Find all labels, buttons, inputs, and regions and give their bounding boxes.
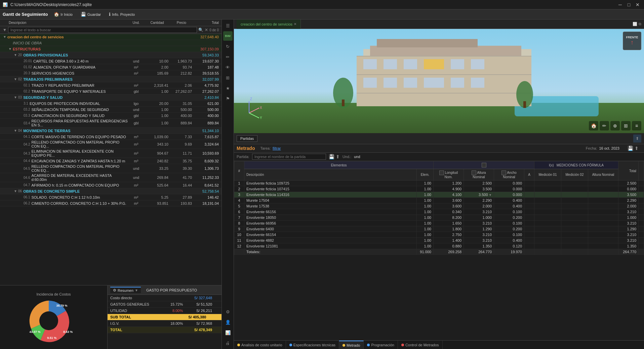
titlebar-controls[interactable]: ─ □ ✕ xyxy=(616,1,641,8)
viewport-3d[interactable]: X Y Z FRENTE ↑ 🏠 xyxy=(234,29,644,133)
person-icon[interactable]: 👤 xyxy=(223,317,233,327)
wbs-row[interactable]: 04.2 RELLENO COMPACTADO CON MATERIAL PRO… xyxy=(0,140,222,149)
wbs-row[interactable]: 02.1 TRAZO Y REPLANTEO PRELIMINAR m² 2,3… xyxy=(0,82,222,88)
table-row[interactable]: 2Envolvente ficticia 1074151.004.9003.50… xyxy=(234,186,644,192)
table-row[interactable]: 10Envolvente 661541.002.7503.2100.1003.2… xyxy=(234,232,644,238)
wbs-row[interactable]: ▼ ESTRUCTURAS 307,150.09 xyxy=(0,46,222,52)
viewport-controls[interactable]: 🏠 ✏ ⊕ ⊞ ≡ xyxy=(589,121,641,130)
home-view-button[interactable]: 🏠 xyxy=(589,121,598,130)
table-row[interactable]: 4Murete 175041.003.6002.2900.4002.290 xyxy=(234,198,644,203)
settings-icon[interactable]: ⚙ xyxy=(223,307,233,316)
search-icon[interactable]: 🔍 xyxy=(198,28,203,32)
table-row[interactable]: 12Envolvente 1210811.000.8801.3500.1201.… xyxy=(234,243,644,249)
tarea-link[interactable]: filtrar xyxy=(273,146,281,150)
expand-icon[interactable]: ▼ xyxy=(3,35,7,39)
expand-icon[interactable]: ▼ xyxy=(13,53,17,57)
wbs-row[interactable]: 03.2 SEÑALIZACIÓN TEMPORAL DE SEGURIDAD … xyxy=(0,107,222,113)
table-row[interactable]: 11Envolvente 48821.001.4003.2100.4003.21… xyxy=(234,238,644,243)
expand-metrado-icon[interactable]: ⬆ xyxy=(635,146,639,151)
wbs-row[interactable]: INICIO DE OBRA xyxy=(0,40,222,46)
wbs-row[interactable]: 04.1 CORTE MASIVO DE TERRENO CON EQUIPO … xyxy=(0,134,222,140)
grid-icon[interactable]: ⊞ xyxy=(223,73,233,82)
search-input[interactable] xyxy=(8,27,197,33)
partida-input[interactable] xyxy=(252,154,326,160)
wbs-row[interactable]: ▼ 02 TRABAJOS PRELIMINARES 32,037.99 xyxy=(0,76,222,82)
chart-icon[interactable]: 📊 xyxy=(223,328,233,337)
expand-icon[interactable]: ▼ xyxy=(13,77,17,81)
save-partida-icon[interactable]: 💾 xyxy=(329,154,334,159)
wbs-row[interactable]: 03.3 CAPACITACION EN SEGURIDAD Y SALUD g… xyxy=(0,113,222,119)
metrado-table-wrap[interactable]: # Elementos I(x) MEDICIONES CON FÓRMULA … xyxy=(234,161,644,340)
wbs-row[interactable]: 20.3 SERVICIOS HIGIENICOS m² 185.69 212.… xyxy=(0,70,222,76)
wbs-tree[interactable]: ▼ creacion del centro de servicios 327,6… xyxy=(0,34,222,285)
wbs-row[interactable]: ▼ 03 SEGURIDAD Y SALUD 2,410.84 xyxy=(0,94,222,101)
partidas-expand-button[interactable]: ⬆ xyxy=(633,134,641,143)
resumen-tab-gasto[interactable]: GASTO POR PRESUPUESTO xyxy=(144,287,200,293)
wbs-row[interactable]: 04.7 AFIRMADO h: 0.15 m COMPACTADO CON E… xyxy=(0,182,222,188)
wbs-row[interactable]: 04.5 RELLENO COMPACTADO CON MATERIAL PRO… xyxy=(0,164,222,173)
chevron-down-icon[interactable]: ▼ xyxy=(135,288,138,292)
bim-tab-close[interactable]: ✕ xyxy=(294,22,296,26)
menu-icon[interactable]: ☰ xyxy=(223,21,233,30)
wbs-row[interactable]: 04.6 ACARREO DE MATERIAL EXCEDENTE HASTA… xyxy=(0,173,222,182)
guardar-button[interactable]: 💾 Guardar xyxy=(79,11,103,17)
flag-icon[interactable]: ⚑ xyxy=(223,94,233,103)
tab-analisis[interactable]: Analisis de costo unitario xyxy=(234,341,286,349)
edit-view-button[interactable]: ✏ xyxy=(600,121,609,130)
close-button[interactable]: ✕ xyxy=(634,1,641,8)
view-options-button[interactable]: ⊞ xyxy=(621,121,631,130)
table-row[interactable]: 9Envolvente 64001.001.8001.2900.2001.290 xyxy=(234,226,644,232)
table-row[interactable]: 8Envolvente 669561.001.6503.2100.1003.21… xyxy=(234,221,644,226)
wbs-row[interactable]: ▼ 20 OBRAS PROVISIONALES 59,343.33 xyxy=(0,52,222,58)
resumen-tab-resumen[interactable]: ⚙ Resumen ▼ xyxy=(110,287,141,293)
wbs-row[interactable]: 04.4 EXCAVACION DE ZANJAS Y ZAPATAS HAST… xyxy=(0,158,222,164)
eye-icon[interactable]: 👁 xyxy=(223,63,233,72)
wbs-row[interactable]: 02.2 TRANSPORTE DE EQUIPO Y MATERIALES g… xyxy=(0,88,222,94)
expand-icon[interactable]: ▼ xyxy=(13,95,17,99)
wbs-row[interactable]: ▼ 06 OBRAS DE CONCRETO SIMPLE 52,758.54 xyxy=(0,188,222,194)
wbs-row[interactable]: 3.1 EQUIPOS DE PROTECCION INDIVIDUAL lgo… xyxy=(0,101,222,107)
expand-partida-icon[interactable]: ⬆ xyxy=(336,154,340,159)
partidas-tab[interactable]: Partidas xyxy=(237,135,257,142)
table-row[interactable]: 7Envolvente 180501.008.2001.0000.2001.00… xyxy=(234,215,644,221)
altura-checkbox[interactable] xyxy=(472,170,476,175)
maximize-view-icon[interactable]: ⬜ xyxy=(633,22,637,26)
wbs-row[interactable]: 06.1 SOLADO. CONCRETO C:H 1:12 h:0.10m m… xyxy=(0,194,222,200)
wbs-row[interactable]: 06.2 CIMIENTO CORRIDO. CONCRETO C:H 1:10… xyxy=(0,200,222,206)
clear-icon[interactable]: ✕ xyxy=(205,28,208,32)
edit-icon[interactable]: ✏ xyxy=(223,52,233,62)
wbs-row[interactable]: 03.4 RECURSOS PARA RESPUESTAS ANTE EMERG… xyxy=(0,119,222,128)
maximize-button[interactable]: □ xyxy=(625,1,633,8)
wbs-row[interactable]: ▼ 04 MOVIMIENTO DE TIERRAS 51,344.10 xyxy=(0,128,222,134)
info-proyecto-button[interactable]: ℹ Info. Proyecto xyxy=(107,11,137,17)
expand-icon[interactable]: ▼ xyxy=(8,47,12,51)
minimize-button[interactable]: ─ xyxy=(616,1,624,8)
tab-programacion[interactable]: Programación xyxy=(364,341,398,349)
wbs-row[interactable]: 01.02 ALMACEN, OFICINA Y GUARDIANIA m² 2… xyxy=(0,64,222,70)
tab-especificaciones[interactable]: Especificaciones técnicas xyxy=(286,341,339,349)
wbs-row[interactable]: ▼ creacion del centro de servicios 327,6… xyxy=(0,34,222,40)
expand-icon[interactable]: ▼ xyxy=(13,129,17,132)
wbs-row[interactable]: 04.3 ELIMINACION DE MATERIAL EXCEDENTE C… xyxy=(0,149,222,158)
printer-icon[interactable]: 🖨 xyxy=(223,338,233,348)
table-row[interactable]: 3Envolvente ficticia 1143161.004.1003.50… xyxy=(234,192,644,198)
more-options-button[interactable]: ≡ xyxy=(632,121,641,130)
ir-inicio-button[interactable]: 🏠 Ir Inicio xyxy=(52,11,74,17)
tab-metrado[interactable]: Metrado xyxy=(339,341,364,349)
table-row[interactable]: 1Envolvente ficticia 1097251.001.2002.50… xyxy=(234,181,644,186)
wbs-row[interactable]: 20.01 CARTEL DE OBRA 3.60 x 2.40 m und 1… xyxy=(0,58,222,64)
zoom-fit-button[interactable]: ⊕ xyxy=(610,121,620,130)
split-view-icon[interactable]: ⧉ xyxy=(639,22,641,26)
refresh-icon[interactable]: ↻ xyxy=(223,42,233,51)
longitud-checkbox[interactable] xyxy=(439,170,444,175)
bim-tab-active[interactable]: creacion del centro de servicios ✕ xyxy=(237,20,301,29)
save-metrado-icon[interactable]: 💾 xyxy=(628,146,633,151)
bim-nav-icon[interactable]: BIM xyxy=(223,31,233,41)
table-row[interactable]: 5Murete 175381.003.6002.0000.4002.000 xyxy=(234,203,644,209)
table-row[interactable]: 6Envolvente 661561.000.3403.2100.1003.21… xyxy=(234,209,644,215)
star-icon[interactable]: ★ xyxy=(223,83,233,93)
tab-control-metrados[interactable]: Control de Metrados xyxy=(398,341,443,349)
expand-icon[interactable]: ▼ xyxy=(13,189,17,193)
ancho-checkbox[interactable] xyxy=(501,170,506,175)
th-checkbox[interactable] xyxy=(482,163,486,167)
